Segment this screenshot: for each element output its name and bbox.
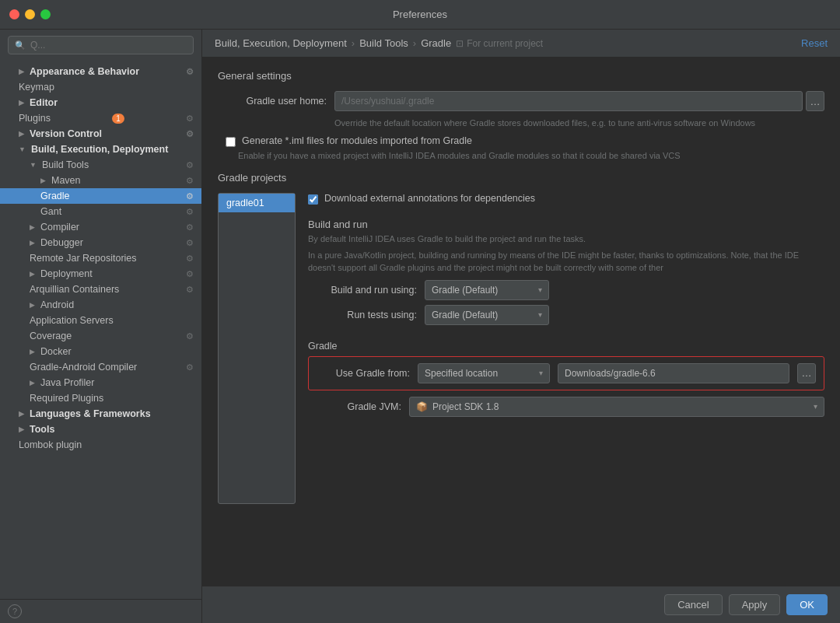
build-using-value: Gradle (Default) xyxy=(432,285,498,296)
sidebar-item-app-servers[interactable]: Application Servers xyxy=(0,313,201,328)
sidebar-item-remote-jar[interactable]: Remote Jar Repositories ⚙ xyxy=(0,250,201,266)
apply-button[interactable]: Apply xyxy=(729,594,781,615)
general-settings-title: General settings xyxy=(218,70,824,82)
settings-icon: ⚙ xyxy=(186,222,194,233)
sidebar-item-label: Maven xyxy=(51,175,81,186)
run-tests-select[interactable]: Gradle (Default) ▾ xyxy=(425,305,549,325)
arrow-icon: ▶ xyxy=(19,68,24,75)
sidebar-item-plugins[interactable]: Plugins 1 ⚙ xyxy=(0,110,201,126)
build-using-select[interactable]: Gradle (Default) ▾ xyxy=(425,280,549,300)
sidebar-item-label: Java Profiler xyxy=(40,377,94,388)
sidebar-item-build-execution[interactable]: ▼ Build, Execution, Deployment xyxy=(0,142,201,157)
settings-icon: ⚙ xyxy=(186,269,194,279)
help-button[interactable]: ? xyxy=(8,604,22,618)
sidebar-item-maven[interactable]: ▶ Maven ⚙ xyxy=(0,173,201,188)
breadcrumb-build[interactable]: Build, Execution, Deployment xyxy=(215,37,347,49)
arrow-icon: ▶ xyxy=(40,177,46,184)
chevron-down-icon: ▾ xyxy=(538,285,542,294)
arrow-icon: ▼ xyxy=(30,161,37,169)
gradle-home-browse-button[interactable]: … xyxy=(806,91,824,111)
project-item-gradle01[interactable]: gradle01 xyxy=(219,194,295,212)
sidebar-item-arquillian[interactable]: Arquillian Containers ⚙ xyxy=(0,282,201,297)
sidebar-item-label: Tools xyxy=(30,424,54,435)
settings-icon: ⚙ xyxy=(186,238,194,248)
sidebar-item-label: Gradle xyxy=(40,191,70,201)
sidebar-item-label: Plugins xyxy=(19,113,51,124)
project-settings: Download external annotations for depend… xyxy=(308,193,824,504)
sidebar-item-compiler[interactable]: ▶ Compiler ⚙ xyxy=(0,219,201,235)
sidebar-item-lombok[interactable]: Lombok plugin xyxy=(0,437,201,453)
arrow-icon: ▶ xyxy=(30,348,35,355)
window-controls[interactable] xyxy=(9,9,51,19)
chevron-down-icon: ▾ xyxy=(814,402,817,411)
build-using-label: Build and run using: xyxy=(308,285,417,296)
arrow-icon: ▶ xyxy=(30,270,35,278)
sidebar-item-label: Coverage xyxy=(30,331,72,341)
maximize-button[interactable] xyxy=(40,9,51,19)
sidebar-item-debugger[interactable]: ▶ Debugger ⚙ xyxy=(0,235,201,250)
build-run-hint2: In a pure Java/Kotlin project, building … xyxy=(308,250,824,274)
content-header: Build, Execution, Deployment › Build Too… xyxy=(202,30,840,58)
settings-icon: ⚙ xyxy=(186,191,194,201)
cancel-button[interactable]: Cancel xyxy=(664,594,722,615)
breadcrumb-build-tools[interactable]: Build Tools xyxy=(359,37,408,49)
gradle-section: Gradle Use Gradle from: Specified locati… xyxy=(308,341,824,417)
breadcrumb-sep2: › xyxy=(413,37,416,49)
use-gradle-row: Use Gradle from: Specified location ▾ … xyxy=(317,363,816,383)
gradle-home-hint: Override the default location where Grad… xyxy=(334,117,824,129)
gradle-subsection-title: Gradle xyxy=(308,341,824,352)
sidebar-item-label: Required Plugins xyxy=(30,393,103,404)
sidebar-item-android[interactable]: ▶ Android xyxy=(0,297,201,313)
annotation-check-row: Download external annotations for depend… xyxy=(308,193,824,205)
arrow-icon: ▶ xyxy=(19,410,24,418)
arrow-icon: ▶ xyxy=(19,425,24,433)
sidebar-item-build-tools[interactable]: ▼ Build Tools ⚙ xyxy=(0,157,201,173)
sidebar-item-coverage[interactable]: Coverage ⚙ xyxy=(0,328,201,344)
run-tests-value: Gradle (Default) xyxy=(432,310,498,320)
gradle-path-browse-button[interactable]: … xyxy=(797,363,816,383)
gradle-jvm-select[interactable]: 📦 Project SDK 1.8 ▾ xyxy=(409,397,824,417)
minimize-button[interactable] xyxy=(25,9,35,19)
sidebar-item-appearance[interactable]: ▶ Appearance & Behavior ⚙ xyxy=(0,64,201,79)
sidebar-item-label: Docker xyxy=(40,346,72,357)
sidebar-item-docker[interactable]: ▶ Docker xyxy=(0,344,201,359)
use-gradle-from-select[interactable]: Specified location ▾ xyxy=(418,363,550,383)
generate-iml-hint: Enable if you have a mixed project with … xyxy=(238,150,824,162)
reset-button[interactable]: Reset xyxy=(801,37,828,49)
window-title: Preferences xyxy=(393,9,447,20)
build-run-title: Build and run xyxy=(308,219,824,230)
sidebar-item-label: Keymap xyxy=(19,82,54,93)
gradle-path-input[interactable] xyxy=(558,363,789,383)
settings-icon: ⚙ xyxy=(186,67,194,77)
sidebar-item-tools[interactable]: ▶ Tools xyxy=(0,422,201,437)
ok-button[interactable]: OK xyxy=(786,594,828,615)
sidebar-item-languages[interactable]: ▶ Languages & Frameworks xyxy=(0,406,201,422)
close-button[interactable] xyxy=(9,9,19,19)
sidebar-item-label: Appearance & Behavior xyxy=(30,66,139,77)
search-icon: 🔍 xyxy=(15,40,26,51)
generate-iml-checkbox[interactable] xyxy=(226,137,236,147)
arrow-icon: ▶ xyxy=(19,99,24,107)
download-annotation-checkbox[interactable] xyxy=(308,194,318,205)
sidebar-item-version-control[interactable]: ▶ Version Control ⚙ xyxy=(0,126,201,142)
sidebar-item-keymap[interactable]: Keymap xyxy=(0,79,201,95)
sidebar-item-gradle-android[interactable]: Gradle-Android Compiler ⚙ xyxy=(0,359,201,375)
breadcrumb-project: ⊡ For current project xyxy=(456,38,543,49)
use-gradle-label: Use Gradle from: xyxy=(317,368,410,379)
sidebar-item-editor[interactable]: ▶ Editor xyxy=(0,95,201,110)
settings-icon: ⚙ xyxy=(186,207,194,217)
download-annotation-label: Download external annotations for depend… xyxy=(324,193,535,204)
sidebar-item-gradle[interactable]: Gradle ⚙ xyxy=(0,188,201,204)
sidebar-item-deployment[interactable]: ▶ Deployment ⚙ xyxy=(0,266,201,282)
search-input[interactable] xyxy=(30,40,187,51)
sidebar-item-gant[interactable]: Gant ⚙ xyxy=(0,204,201,219)
sidebar-item-java-profiler[interactable]: ▶ Java Profiler xyxy=(0,375,201,390)
sidebar-item-label: Arquillian Containers xyxy=(30,284,119,295)
sidebar-item-label: Build Tools xyxy=(42,159,89,170)
gradle-home-label: Gradle user home: xyxy=(218,96,327,107)
gradle-home-input[interactable] xyxy=(334,91,803,111)
gradle-use-section: Use Gradle from: Specified location ▾ … xyxy=(308,356,824,390)
sidebar-item-required-plugins[interactable]: Required Plugins xyxy=(0,390,201,406)
search-box[interactable]: 🔍 xyxy=(8,36,194,54)
settings-icon: ⚙ xyxy=(186,176,194,186)
